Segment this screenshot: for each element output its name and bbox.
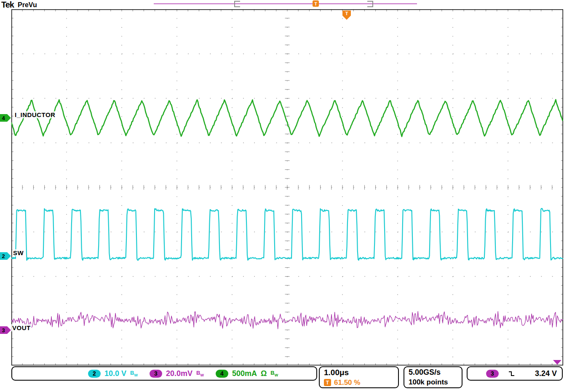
record-view-trigger-letter: T — [314, 1, 317, 6]
ch2-badge[interactable]: 2 — [88, 370, 101, 378]
sample-rate-value: 5.00GS/s — [409, 368, 462, 377]
trace-label-i-inductor: I_INDUCTOR — [14, 111, 56, 118]
ch2-bandwidth-icon: BW — [130, 370, 138, 377]
ch4-badge[interactable]: 4 — [216, 370, 228, 378]
ch4-bandwidth-icon: BW — [270, 370, 278, 377]
record-view-trigger-marker[interactable]: T — [313, 0, 319, 7]
tek-logo: Tek — [1, 0, 14, 10]
trigger-position-value: 61.50 % — [334, 379, 360, 387]
trigger-slope-icon — [508, 370, 516, 377]
record-view-window-right-bracket — [367, 1, 373, 7]
trigger-source-badge[interactable]: 3 — [486, 370, 499, 378]
trace-sw — [11, 208, 563, 260]
record-length-value: 100k points — [409, 378, 462, 387]
trace-label-vout: VOUT — [11, 324, 32, 331]
trace-vout — [11, 312, 563, 329]
ch3-bandwidth-icon: BW — [196, 370, 204, 377]
timebase-trigger-box: 1.00μs T 61.50 % — [319, 366, 399, 388]
ch4-readout: 4 500mA Ω BW — [216, 369, 278, 378]
acquisition-mode-label: PreVu — [18, 1, 37, 9]
acquisition-box: 5.00GS/s 100k points — [404, 366, 462, 388]
ch3-scale: 20.0mV — [166, 369, 192, 378]
waveform-display — [11, 9, 563, 365]
record-view-bar — [154, 3, 417, 4]
graticule — [11, 9, 563, 365]
trigger-readout-box: 3 3.24 V — [467, 366, 563, 381]
trigger-position-flag[interactable]: T — [342, 10, 351, 21]
ch4-scale: 500mA — [232, 369, 257, 378]
channel-4-marker[interactable]: 4 — [0, 114, 11, 122]
ch3-readout: 3 20.0mV BW — [150, 369, 204, 378]
ch2-readout: 2 10.0 V BW — [88, 369, 138, 378]
svg-text:4: 4 — [2, 115, 5, 121]
ch3-badge[interactable]: 3 — [150, 370, 162, 378]
ch4-impedance: Ω — [261, 369, 267, 378]
svg-text:3: 3 — [2, 327, 5, 333]
ch2-scale: 10.0 V — [104, 369, 126, 378]
trace-i_inductor — [11, 100, 563, 137]
record-view-window-left-bracket — [234, 1, 240, 7]
svg-text:2: 2 — [2, 253, 5, 259]
trigger-flag-letter: T — [345, 11, 348, 16]
trigger-level-offscreen-marker — [553, 360, 562, 365]
timebase-value: 1.00μs — [324, 368, 398, 377]
channel-2-marker[interactable]: 2 — [0, 252, 11, 260]
channel-3-marker[interactable]: 3 — [0, 326, 11, 334]
trace-label-sw: SW — [12, 249, 24, 256]
channel-readouts-box: 2 10.0 V BW 3 20.0mV BW 4 500mA Ω BW — [11, 366, 317, 381]
trigger-icon: T — [324, 379, 331, 386]
trigger-level-value: 3.24 V — [535, 369, 557, 378]
